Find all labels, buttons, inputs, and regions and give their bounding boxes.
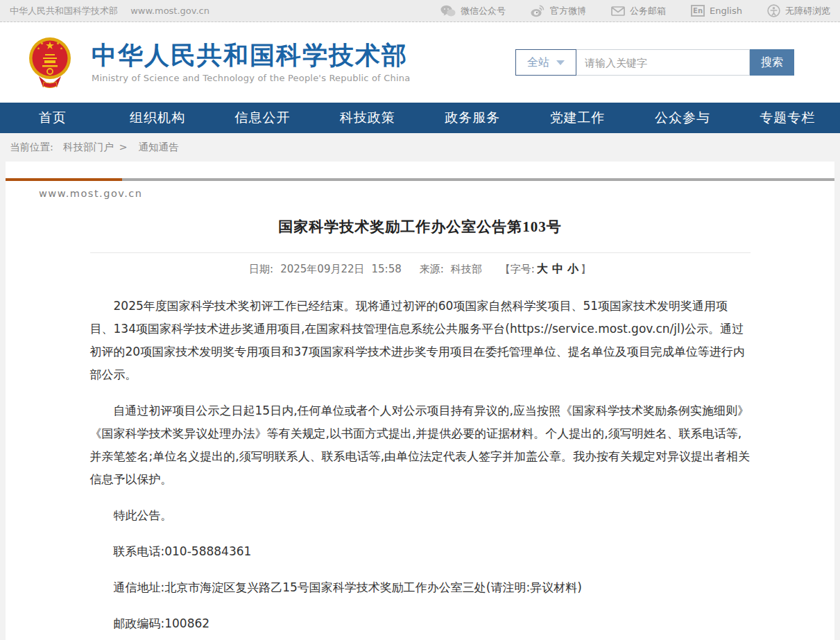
article-body: 2025年度国家科学技术奖初评工作已经结束。现将通过初评的60项国家自然科学奖项… xyxy=(90,295,751,640)
topbar-link-label: 微信公众号 xyxy=(461,5,506,17)
paragraph-postal-code: 邮政编码:100862 xyxy=(90,612,751,635)
topbar-link-accessibility[interactable]: 无障碍浏览 xyxy=(767,4,830,17)
site-brand: 中华人民共和国科学技术部 Ministry of Science and Tec… xyxy=(28,35,410,90)
title-divider xyxy=(90,252,751,253)
nav-item-home[interactable]: 首页 xyxy=(0,103,105,133)
divider-rule-accent xyxy=(6,178,122,181)
paragraph-objection-rules: 自通过初评项目公示之日起15日内,任何单位或者个人对公示项目持有异议的,应当按照… xyxy=(90,399,751,491)
search-input[interactable] xyxy=(576,49,750,76)
paragraph-contact-phone: 联系电话:010-58884361 xyxy=(90,540,751,563)
topbar-link-mail[interactable]: English 公务邮箱 xyxy=(611,5,666,17)
meta-source: 科技部 xyxy=(451,263,482,275)
search-scope-dropdown[interactable]: 全站 xyxy=(515,49,576,76)
breadcrumb-link-notices[interactable]: 通知通告 xyxy=(139,141,179,154)
nav-item-public-participation[interactable]: 公众参与 xyxy=(630,103,735,133)
nav-item-sci-tech-policy[interactable]: 科技政策 xyxy=(315,103,420,133)
main-nav: 首页 组织机构 信息公开 科技政策 政务服务 党建工作 公众参与 专题专栏 xyxy=(0,103,840,133)
topbar-links: 微信公众号 官方微博 English 公务邮箱 En English xyxy=(415,4,830,17)
breadcrumb-link-portal[interactable]: 科技部门户 xyxy=(63,141,114,154)
nav-item-gov-services[interactable]: 政务服务 xyxy=(420,103,525,133)
accessibility-icon xyxy=(767,4,780,17)
topbar-link-label: 无障碍浏览 xyxy=(785,5,830,17)
font-size-small-button[interactable]: 小 xyxy=(567,262,578,275)
divider-rule xyxy=(6,178,834,181)
paragraph-closing: 特此公告。 xyxy=(90,504,751,527)
meta-time: 15:58 xyxy=(372,263,402,275)
font-size-suffix: 】 xyxy=(581,263,591,275)
topbar-site-name: 中华人民共和国科学技术部 xyxy=(10,6,118,16)
content-panel: www.most.gov.cn 国家科学技术奖励工作办公室公告第103号 日期:… xyxy=(6,162,834,640)
meta-source-label: 来源: xyxy=(420,263,444,275)
font-size-large-button[interactable]: 大 xyxy=(537,262,548,275)
article: 国家科学技术奖励工作办公室公告第103号 日期:2025年09月22日15:58… xyxy=(90,217,751,640)
mail-icon xyxy=(611,6,625,17)
breadcrumb: 当前位置: 科技部门户 > 通知通告 xyxy=(0,133,840,161)
search-button[interactable]: 搜索 xyxy=(750,49,794,76)
search-bar: 全站 搜索 xyxy=(515,49,794,76)
paragraph-announcement: 2025年度国家科学技术奖初评工作已经结束。现将通过初评的60项国家自然科学奖项… xyxy=(90,295,751,386)
meta-date: 2025年09月22日 xyxy=(280,263,364,275)
nav-item-info-disclosure[interactable]: 信息公开 xyxy=(210,103,315,133)
page-watermark-url: www.most.gov.cn xyxy=(39,188,834,199)
topbar-link-label: 官方微博 xyxy=(550,5,586,17)
topbar-link-english[interactable]: En English xyxy=(691,5,742,17)
topbar-link-label: 公务邮箱 xyxy=(630,5,666,17)
topbar: 中华人民共和国科学技术部 www.most.gov.cn 微信公众号 官方微博 xyxy=(0,0,840,22)
topbar-link-label: English xyxy=(710,6,742,16)
paragraph-mailing-address: 通信地址:北京市海淀区复兴路乙15号国家科学技术奖励工作办公室三处(请注明:异议… xyxy=(90,576,751,599)
topbar-site-url: www.most.gov.cn xyxy=(130,6,209,16)
article-title: 国家科学技术奖励工作办公室公告第103号 xyxy=(90,217,751,236)
nav-item-organization[interactable]: 组织机构 xyxy=(105,103,209,133)
topbar-site-info: 中华人民共和国科学技术部 www.most.gov.cn xyxy=(10,5,219,17)
chevron-down-icon xyxy=(556,60,565,65)
en-icon: En xyxy=(691,5,705,17)
breadcrumb-separator: > xyxy=(119,141,127,153)
site-header: 中华人民共和国科学技术部 Ministry of Science and Tec… xyxy=(0,22,840,103)
topbar-link-weibo[interactable]: 官方微博 xyxy=(531,4,586,17)
font-size-prefix: 【字号: xyxy=(500,263,535,275)
org-name-cn: 中华人民共和国科学技术部 xyxy=(92,42,410,69)
article-meta: 日期:2025年09月22日15:58来源:科技部【字号:大中小】 xyxy=(90,262,751,277)
font-size-medium-button[interactable]: 中 xyxy=(552,262,563,275)
nav-item-special-topics[interactable]: 专题专栏 xyxy=(735,103,840,133)
search-scope-label: 全站 xyxy=(527,55,549,70)
breadcrumb-prefix: 当前位置: xyxy=(10,141,53,154)
meta-date-label: 日期: xyxy=(249,263,273,275)
topbar-link-wechat[interactable]: 微信公众号 xyxy=(440,5,506,17)
brand-text: 中华人民共和国科学技术部 Ministry of Science and Tec… xyxy=(92,42,410,84)
nav-item-party-building[interactable]: 党建工作 xyxy=(525,103,630,133)
weibo-icon xyxy=(531,4,545,17)
national-emblem-logo xyxy=(28,35,72,90)
org-name-en: Ministry of Science and Technology of th… xyxy=(92,73,410,83)
wechat-icon xyxy=(440,5,456,17)
